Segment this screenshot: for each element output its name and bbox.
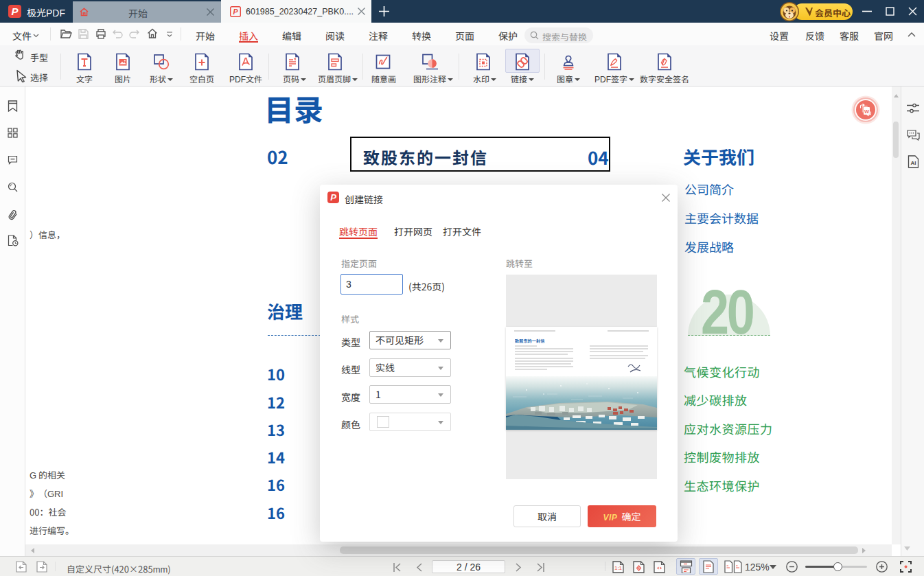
svg-text:P: P: [233, 8, 238, 16]
svg-text:1:1: 1:1: [614, 565, 623, 571]
svg-text:AI: AI: [911, 160, 916, 166]
svg-text:W: W: [864, 108, 870, 115]
